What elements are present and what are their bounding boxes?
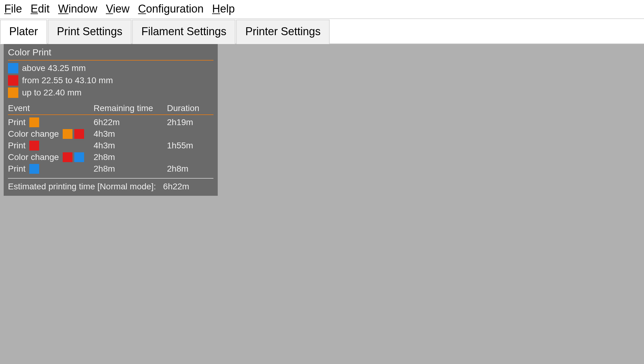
event-cell: Print [8, 141, 94, 150]
event-label: Color change [8, 152, 59, 162]
remaining-value: 2h8m [94, 152, 167, 162]
table-row: Print4h3m1h55m [8, 141, 213, 150]
color-swatch-icon [74, 152, 84, 162]
color-swatch-icon [8, 75, 18, 86]
menu-edit[interactable]: Edit [31, 2, 50, 15]
table-row: Color change2h8m [8, 152, 213, 162]
legend-item: up to 22.40 mm [8, 87, 213, 98]
event-cell: Color change [8, 152, 94, 162]
divider [8, 178, 213, 179]
duration-value: 1h55m [167, 141, 213, 150]
legend-label: up to 22.40 mm [22, 88, 82, 98]
header-duration: Duration [167, 103, 213, 113]
legend-label: above 43.25 mm [22, 63, 86, 73]
table-row: Print2h8m2h8m [8, 164, 213, 174]
tab-printer-settings[interactable]: Printer Settings [236, 20, 330, 44]
event-cell: Color change [8, 129, 94, 139]
event-label: Print [8, 141, 26, 150]
legend-item: from 22.55 to 43.10 mm [8, 75, 213, 86]
estimated-time-value: 6h22m [163, 182, 189, 191]
table-row: Print6h22m2h19m [8, 117, 213, 127]
tab-plater[interactable]: Plater [0, 20, 47, 44]
header-remaining: Remaining time [94, 103, 167, 113]
menubar: File Edit Window View Configuration Help [0, 0, 644, 19]
header-event: Event [8, 103, 94, 113]
color-swatch-icon [63, 152, 72, 162]
event-label: Print [8, 164, 26, 174]
color-swatch-icon [29, 141, 39, 150]
table-row: Color change4h3m [8, 129, 213, 139]
menu-configuration[interactable]: Configuration [138, 2, 204, 15]
duration-value: 2h19m [167, 117, 213, 127]
event-cell: Print [8, 164, 94, 174]
menu-file[interactable]: File [4, 2, 22, 15]
color-swatch-icon [8, 63, 18, 73]
divider [8, 114, 213, 115]
estimated-time: Estimated printing time [Normal mode]: 6… [8, 182, 213, 191]
color-swatch-icon [74, 129, 84, 139]
legend-label: from 22.55 to 43.10 mm [22, 76, 113, 85]
remaining-value: 2h8m [94, 164, 167, 174]
tab-filament-settings[interactable]: Filament Settings [132, 20, 235, 44]
event-table-header: Event Remaining time Duration [8, 103, 213, 113]
event-cell: Print [8, 117, 94, 127]
estimated-time-label: Estimated printing time [Normal mode]: [8, 182, 156, 191]
menu-view[interactable]: View [106, 2, 129, 15]
plater-content: Color Print above 43.25 mm from 22.55 to… [0, 44, 644, 364]
event-label: Print [8, 117, 26, 127]
color-swatch-icon [8, 87, 18, 98]
panel-title: Color Print [8, 47, 213, 58]
menu-window[interactable]: Window [58, 2, 97, 15]
event-table-body: Print6h22m2h19mColor change4h3mPrint4h3m… [8, 117, 213, 174]
tabbar: Plater Print Settings Filament Settings … [0, 19, 644, 44]
divider [8, 60, 213, 61]
color-swatch-icon [29, 117, 39, 127]
legend-item: above 43.25 mm [8, 63, 213, 73]
color-print-panel: Color Print above 43.25 mm from 22.55 to… [4, 44, 218, 196]
tab-print-settings[interactable]: Print Settings [48, 20, 131, 44]
remaining-value: 4h3m [94, 129, 167, 139]
color-swatch-icon [63, 129, 72, 139]
remaining-value: 4h3m [94, 141, 167, 150]
event-label: Color change [8, 129, 59, 139]
duration-value: 2h8m [167, 164, 213, 174]
remaining-value: 6h22m [94, 117, 167, 127]
color-swatch-icon [29, 164, 39, 174]
menu-help[interactable]: Help [212, 2, 235, 15]
